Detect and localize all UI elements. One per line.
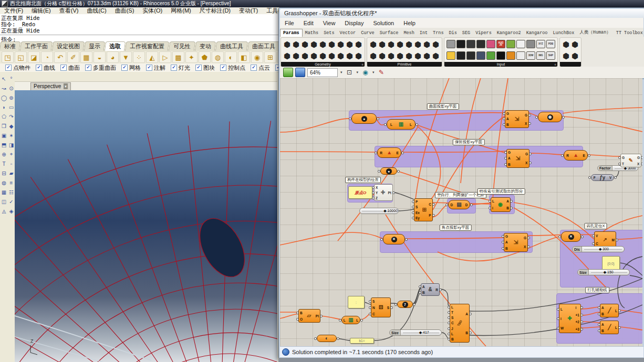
output-port[interactable]: X (524, 245, 526, 249)
rhino-tool-icon-15[interactable]: ⬟ (199, 51, 211, 63)
rhino-side-tool-1[interactable]: ° (8, 74, 15, 83)
component-hex-icon[interactable]: ⬢ (378, 52, 387, 60)
output-port[interactable]: S (387, 306, 389, 310)
param-icon[interactable] (486, 51, 495, 60)
param-icon[interactable] (446, 51, 455, 60)
component-hex-icon[interactable]: ⬢ (336, 52, 345, 60)
gh-node-project[interactable]: GAB⇲GX (504, 233, 528, 252)
rhino-tab-设定视图[interactable]: 设定视图 (52, 41, 85, 51)
component-hex-icon[interactable]: ⬢ (345, 40, 354, 48)
input-port[interactable]: T (451, 311, 454, 314)
input-port[interactable]: G (506, 112, 509, 115)
component-hex-icon[interactable]: ⬢ (413, 40, 422, 48)
rhino-viewport[interactable]: Perspective ▾ Z (15, 72, 277, 362)
rhino-side-tool-7[interactable]: ▭ (8, 103, 15, 111)
component-hex-icon[interactable]: ⬢ (378, 40, 387, 48)
param-icon-XYZ[interactable]: XYZ (536, 40, 545, 48)
gh-tab-Kangaroo[interactable]: Kangaroo (524, 29, 550, 37)
gh-menu-view[interactable]: View (318, 20, 340, 26)
gh-node-amp[interactable]: AB&R (421, 283, 440, 296)
rhino-tool-icon-10[interactable]: ⁘ (133, 51, 145, 63)
component-hex-icon[interactable]: ⬢ (396, 40, 404, 48)
param-icon-SHP[interactable]: SHP (546, 51, 555, 60)
rhino-tool-icon-2[interactable]: ◪ (28, 51, 40, 63)
gh-tab-Surface[interactable]: Surface (377, 29, 401, 37)
rhino-menu-6[interactable]: 网格(M) (167, 7, 195, 15)
checkbox-checked-icon[interactable]: ✓ (36, 65, 42, 71)
output-port[interactable]: B (465, 331, 468, 335)
rhino-tab-曲面工具[interactable]: 曲面工具 (247, 41, 281, 51)
gh-tab-LunchBox[interactable]: LunchBox (550, 29, 577, 37)
component-hex-icon[interactable]: ⬢ (300, 52, 309, 60)
component-hex-icon[interactable]: ⬢ (327, 52, 336, 60)
param-icon[interactable] (466, 51, 475, 60)
output-port[interactable]: Pt (388, 191, 392, 195)
gh-tab-人类（Human）[interactable]: 人类（Human） (577, 28, 614, 37)
output-port[interactable]: Pl (316, 314, 319, 318)
rhino-tool-icon-17[interactable]: ◐ (225, 51, 237, 63)
sketch-pen-icon[interactable]: ✎ (377, 68, 386, 77)
slider-track[interactable]: ◆ 300 (582, 247, 624, 252)
grasshopper-canvas[interactable]: 曲面投影xy平面保留投影xy平面构件在模型的位置空白行、列两侧扩一个栏距特殊索引… (280, 78, 642, 346)
output-port[interactable]: G (637, 156, 640, 159)
rhino-side-tool-0[interactable]: ↖ (1, 74, 7, 83)
input-port[interactable]: L (560, 307, 564, 311)
rhino-side-tool-3[interactable]: ⊙ (8, 84, 15, 92)
rhino-side-tool-6[interactable]: ◗ (1, 103, 7, 111)
rhino-tool-icon-4[interactable]: ↶ (54, 51, 66, 63)
chevron-down-icon[interactable]: ▾ (357, 70, 359, 74)
component-hex-icon[interactable]: ⬢ (283, 52, 292, 60)
rhino-tool-icon-19[interactable]: ◉ (251, 51, 263, 63)
input-port[interactable]: i (492, 206, 494, 210)
gh-tab-TT Toolbox[interactable]: TT Toolbox (614, 29, 643, 37)
gh-capsule-sphere-dark[interactable]: ● (380, 167, 397, 175)
gh-node-cross[interactable]: LiW✚i+1+2+3 (559, 304, 581, 333)
output-port[interactable]: P (429, 214, 431, 217)
component-hex-icon[interactable]: ⬢ (570, 40, 579, 48)
input-port[interactable]: V (596, 234, 598, 238)
save-file-icon[interactable] (295, 68, 305, 77)
rhino-tool-icon-12[interactable]: ▷ (159, 51, 171, 63)
component-hex-icon[interactable]: ⬢ (396, 52, 404, 60)
rhino-side-tool-29[interactable]: ◈ (8, 207, 15, 215)
viewport-3d-canvas[interactable] (15, 90, 277, 362)
filter-点云[interactable]: ✓点云 (251, 64, 270, 72)
param-icon[interactable] (506, 51, 515, 60)
rhino-tool-icon-1[interactable]: ◱ (15, 51, 27, 63)
rhino-tool-icon-7[interactable]: ◒ (94, 51, 106, 63)
component-hex-icon[interactable]: ⬢ (292, 40, 300, 48)
chevron-down-icon[interactable]: ▾ (372, 70, 375, 74)
chevron-down-icon[interactable]: ▾ (340, 70, 342, 74)
input-port[interactable]: A (422, 285, 425, 289)
input-port[interactable]: C (596, 242, 598, 246)
rhino-tool-icon-8[interactable]: ◕ (107, 51, 119, 63)
component-hex-icon[interactable]: ⬢ (309, 52, 318, 60)
component-hex-icon[interactable]: ⬢ (404, 40, 413, 48)
rhino-side-tool-4[interactable]: ◯ (1, 93, 7, 102)
gh-menu-display[interactable]: Display (340, 20, 368, 26)
gh-tab-Mesh[interactable]: Mesh (401, 29, 417, 37)
rhino-side-tool-24[interactable]: ▦ (1, 188, 7, 196)
slider-track[interactable]: ◆ 150 (589, 270, 629, 275)
input-port[interactable]: T (622, 162, 625, 166)
gh-capsule-printer[interactable]: D▤D (448, 200, 470, 209)
gh-node-line[interactable]: AB╱L (600, 304, 619, 317)
rhino-tool-icon-11[interactable]: ◭ (146, 51, 158, 63)
component-hex-icon[interactable]: ⬢ (369, 52, 378, 60)
rhino-menu-3[interactable]: 曲线(C) (82, 7, 110, 15)
param-icon[interactable] (516, 40, 525, 48)
component-hex-icon[interactable]: ⬢ (422, 52, 431, 60)
open-file-icon[interactable] (283, 68, 293, 77)
param-icon[interactable] (486, 40, 495, 48)
checkbox-checked-icon[interactable]: ✓ (5, 65, 12, 71)
rhino-tool-icon-14[interactable]: ✦ (185, 51, 198, 63)
gh-capsule-gauge[interactable]: L▥L (387, 119, 416, 130)
ribbon-expand-icon[interactable]: + (554, 63, 556, 67)
rhino-tool-icon-13[interactable]: ▩ (172, 51, 184, 63)
checkbox-checked-icon[interactable]: ✓ (220, 65, 226, 71)
filter-灯光[interactable]: ✓灯光 (171, 64, 190, 72)
input-port[interactable]: B (601, 329, 604, 333)
component-hex-icon[interactable]: ⬢ (292, 52, 300, 60)
input-port[interactable]: S (372, 300, 375, 303)
input-port[interactable]: Ey (416, 216, 420, 220)
